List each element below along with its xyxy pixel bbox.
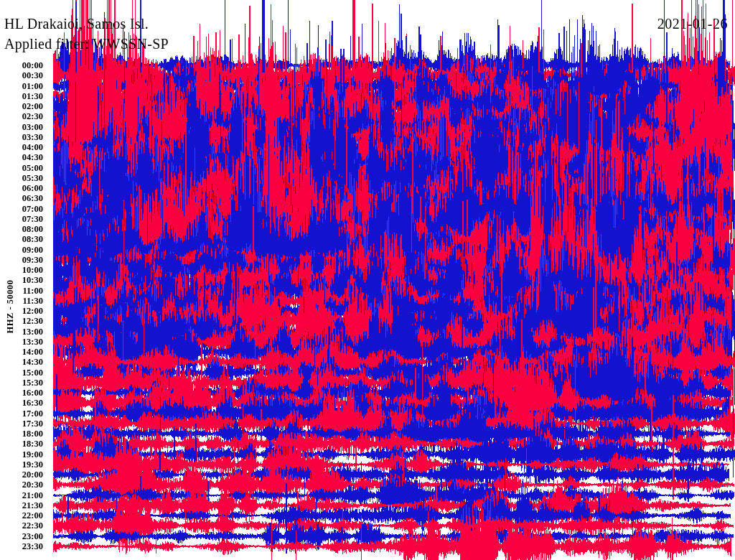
time-label: 09:00 [0, 245, 43, 255]
time-label: 15:30 [0, 378, 43, 388]
time-label: 21:30 [0, 500, 43, 510]
time-label: 10:00 [0, 265, 43, 275]
time-label: 00:30 [0, 70, 43, 80]
time-label: 06:00 [0, 183, 43, 193]
time-label: 11:00 [0, 286, 43, 296]
time-label: 14:30 [0, 357, 43, 367]
time-label: 12:30 [0, 316, 43, 326]
time-label: 17:00 [0, 409, 43, 419]
time-label: 22:00 [0, 510, 43, 521]
time-label: 00:00 [0, 60, 43, 70]
date-label: 2021-01-26 [657, 16, 728, 32]
time-label: 13:00 [0, 327, 43, 337]
time-label: 12:00 [0, 306, 43, 316]
time-label: 09:30 [0, 255, 43, 265]
time-label: 21:00 [0, 490, 43, 500]
time-label: 05:30 [0, 173, 43, 183]
time-label: 19:00 [0, 449, 43, 459]
time-label: 06:30 [0, 193, 43, 203]
time-label: 19:30 [0, 459, 43, 470]
time-label: 01:00 [0, 81, 43, 91]
time-label: 20:00 [0, 470, 43, 480]
time-label: 23:00 [0, 531, 43, 541]
time-label: 20:30 [0, 480, 43, 490]
time-label: 15:00 [0, 368, 43, 378]
time-label: 07:30 [0, 214, 43, 224]
time-label: 23:30 [0, 541, 43, 551]
time-label: 11:30 [0, 296, 43, 306]
time-axis: 00:0000:3001:0001:3002:0002:3003:0003:30… [0, 0, 45, 560]
time-label: 16:30 [0, 398, 43, 408]
time-label: 04:00 [0, 142, 43, 152]
time-label: 07:00 [0, 204, 43, 214]
time-label: 01:30 [0, 91, 43, 101]
time-label: 04:30 [0, 152, 43, 162]
time-label: 14:00 [0, 347, 43, 357]
helicorder-view: HL Drakaioi, Samos Isl. Applied filter: … [0, 0, 735, 560]
time-label: 08:00 [0, 224, 43, 234]
time-label: 17:30 [0, 419, 43, 429]
time-label: 08:30 [0, 234, 43, 244]
time-label: 02:00 [0, 101, 43, 111]
time-label: 02:30 [0, 111, 43, 121]
time-label: 10:30 [0, 275, 43, 285]
time-label: 03:00 [0, 122, 43, 132]
time-label: 22:30 [0, 521, 43, 531]
time-label: 05:00 [0, 163, 43, 173]
time-label: 16:00 [0, 388, 43, 398]
time-label: 13:30 [0, 337, 43, 347]
seismogram-canvas [0, 0, 735, 560]
time-label: 18:30 [0, 439, 43, 449]
time-label: 18:00 [0, 429, 43, 439]
time-label: 03:30 [0, 132, 43, 142]
